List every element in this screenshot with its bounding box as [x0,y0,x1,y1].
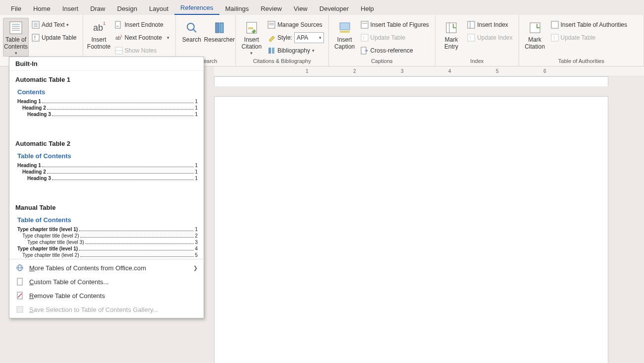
svg-rect-0 [10,22,22,34]
tab-help[interactable]: Help [355,2,380,15]
show-notes-button[interactable]: Show Notes [114,45,172,57]
insert-table-figures-button[interactable]: Insert Table of Figures [360,19,432,31]
mark-entry-button[interactable]: Mark Entry [438,18,464,52]
auto1-sub: Contents [17,88,198,96]
svg-text:!: ! [470,35,471,41]
doc-icon [15,277,24,286]
tab-references[interactable]: References [174,1,219,15]
toc-label2: Contents ▾ [4,44,28,56]
svg-line-20 [193,29,196,32]
group-authorities: Mark Citation Insert Table of Authoritie… [519,15,644,66]
auto1-title: Automatic Table 1 [15,76,198,83]
chevron-down-icon: ▾ [167,35,169,40]
search-button[interactable]: Search [179,18,205,45]
toc-gallery-dropdown: Built-In Automatic Table 1 Contents Head… [9,57,204,318]
remove-icon [15,291,24,300]
insert-citation-button[interactable]: Insert Citation ▾ [239,18,265,57]
insert-index-button[interactable]: Insert Index [466,19,515,31]
update-toa-button[interactable]: ! Update Table [550,32,631,44]
custom-toc-label: Custom Table of Contents... [29,278,108,286]
svg-rect-53 [17,306,23,312]
toc-line: Type chapter title (level 2)5 [17,252,198,258]
document-area: 123456 [214,66,644,363]
remove-toc-button[interactable]: Remove Table of Contents [9,289,204,302]
manage-sources-label: Manage Sources [277,21,322,28]
search-icon [184,20,200,36]
svg-rect-31 [340,31,350,33]
tab-layout[interactable]: Layout [143,2,174,15]
toc-line: Type chapter title (level 2)2 [17,233,198,239]
tab-insert[interactable]: Insert [56,2,85,15]
ruler-tick: 4 [448,68,451,74]
tab-review[interactable]: Review [255,2,288,15]
custom-toc-button[interactable]: Custom Table of Contents... [9,275,204,289]
researcher-button[interactable]: Researcher [207,18,232,45]
group-citations-label: Citations & Bibliography [239,57,325,66]
tab-mailings[interactable]: Mailings [219,2,255,15]
more-toc-button[interactable]: More Tables of Contents from Office.com … [9,261,204,275]
svg-text:1: 1 [103,21,106,26]
update-index-button[interactable]: ! Update Index [466,32,515,44]
crossref-icon [361,47,369,55]
insert-citation-l1: Insert [244,37,259,44]
toc-line: Type chapter title (level 3)3 [17,240,198,245]
gallery-scroll[interactable]: Automatic Table 1 Contents Heading 11Hea… [9,71,204,259]
toa-icon [551,21,559,29]
ruler-tick: 2 [353,68,356,74]
next-footnote-button[interactable]: ab1 Next Footnote ▾ [114,32,172,44]
toc-line: Heading 11 [17,163,198,168]
globe-icon [15,263,24,272]
update-icon: ! [32,34,40,42]
gallery-item-manual[interactable]: Manual Table Table of Contents Type chap… [15,204,198,258]
add-text-button[interactable]: Add Text ▾ [31,19,80,31]
tab-design[interactable]: Design [111,2,143,15]
bibliography-button[interactable]: Bibliography ▾ [267,45,325,57]
gallery-item-auto2[interactable]: Automatic Table 2 Table of Contents Head… [15,140,198,201]
horizontal-ruler[interactable]: 123456 [214,66,644,76]
tab-draw[interactable]: Draw [84,2,111,15]
ruler-tick: 1 [306,68,309,74]
save-gallery-label: Save Selection to Table of Contents Gall… [29,306,158,313]
tab-bar: File Home Insert Draw Design Layout Refe… [0,0,644,15]
update-figures-button[interactable]: ! Update Table [360,32,432,44]
insert-index-label: Insert Index [477,21,508,28]
tof-label: Insert Table of Figures [371,21,429,28]
update-table-label: Update Table [42,34,77,41]
tab-view[interactable]: View [288,2,314,15]
update-table-button[interactable]: ! Update Table [31,32,80,44]
document-page[interactable] [214,96,608,363]
chevron-right-icon: ❯ [193,265,198,271]
tab-developer[interactable]: Developer [314,2,355,15]
gallery-header: Built-In [9,57,204,71]
chevron-down-icon: ▾ [319,35,322,40]
mark-citation-icon [527,20,543,36]
manage-sources-button[interactable]: Manage Sources [267,19,325,31]
toc-line: Heading 11 [17,99,198,104]
insert-footnote-label2: Footnote [87,44,110,51]
add-text-label: Add Text [42,21,64,28]
mark-citation-button[interactable]: Mark Citation [522,18,548,52]
svg-text:!: ! [363,35,365,41]
style-select[interactable]: APA ▾ [294,32,324,43]
insert-toa-button[interactable]: Insert Table of Authorities [550,19,631,31]
tab-home[interactable]: Home [27,2,56,15]
group-index: Mark Entry Insert Index ! Update Index I… [435,15,519,66]
toc-line: Heading 31 [17,176,198,181]
insert-caption-button[interactable]: Insert Caption [332,18,358,52]
gallery-item-auto1[interactable]: Automatic Table 1 Contents Heading 11Hea… [15,76,198,137]
search-label: Search [182,37,201,44]
ruler-tick: 6 [543,68,546,74]
citation-style-row: Style: APA ▾ [267,32,325,44]
cross-reference-button[interactable]: Cross-reference [360,45,432,57]
researcher-label: Researcher [204,37,235,44]
insert-caption-l1: Insert [337,37,352,44]
mark-citation-l1: Mark [528,37,541,44]
svg-rect-29 [272,48,274,54]
show-notes-icon [115,47,123,55]
style-icon [268,34,275,42]
table-of-contents-button[interactable]: Table of Contents ▾ [3,18,29,57]
insert-footnote-button[interactable]: ab1 Insert Footnote [86,18,112,52]
tab-file[interactable]: File [5,2,27,15]
next-footnote-icon: ab1 [115,34,123,42]
insert-endnote-button[interactable]: Insert Endnote [114,19,172,31]
